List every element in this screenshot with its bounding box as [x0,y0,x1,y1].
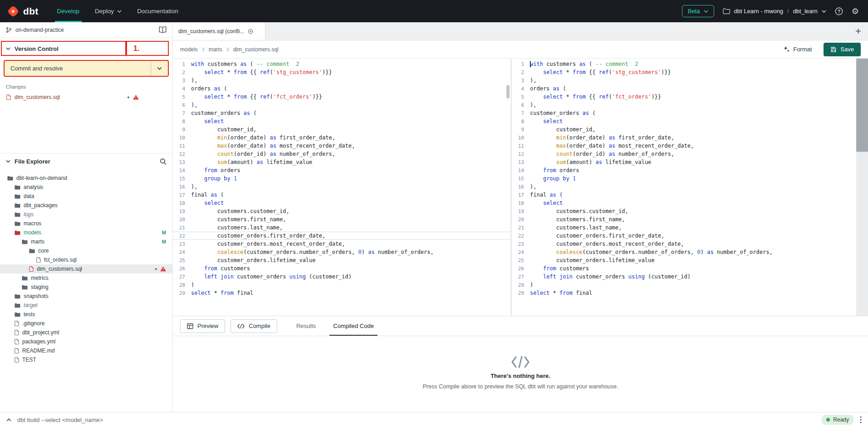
code-line-19[interactable]: 19 customers.customer_id, [512,207,856,215]
commit-and-resolve-button[interactable]: Commit and resolve [4,60,169,77]
code-line-18[interactable]: 18 select [173,199,510,207]
help-icon[interactable]: ? [835,7,843,15]
code-line-21[interactable]: 21 customers.last_name, [512,223,856,232]
code-line-7[interactable]: 7customer_orders as ( [512,109,856,117]
tree-item-packages.yml[interactable]: packages.yml [0,337,172,346]
code-line-10[interactable]: 10 min(order_date) as first_order_date, [512,134,856,142]
code-line-22[interactable]: 22 customer_orders.first_order_date, [512,232,856,240]
branch-selector[interactable]: on-demand-practice [0,22,172,38]
commit-options-chevron[interactable] [151,61,168,76]
tree-item-.gitignore[interactable]: .gitignore [0,319,172,328]
dbt-brand[interactable]: dbt [0,0,49,22]
code-line-5[interactable]: 5 select * from {{ ref('fct_orders')}} [173,93,510,101]
tree-item-macros[interactable]: macros [0,219,172,228]
code-line-15[interactable]: 15 group by 1 [173,174,510,183]
code-line-3[interactable]: 3), [512,76,856,84]
compile-button[interactable]: Compile [230,319,277,333]
code-line-8[interactable]: 8 select [173,117,510,125]
save-button[interactable]: Save [824,43,861,56]
code-line-6[interactable]: 6), [173,101,510,109]
code-line-10[interactable]: 10 min(order_date) as first_order_date, [173,134,510,142]
file-explorer-header[interactable]: File Explorer [0,154,172,169]
code-line-11[interactable]: 11 max(order_date) as most_recent_order_… [512,142,856,150]
search-icon[interactable] [160,158,167,165]
new-tab-plus-icon[interactable] [848,22,868,40]
code-line-1[interactable]: 1with customers as ( -- comment 2 [512,60,856,68]
code-line-22[interactable]: 22 customer_orders.first_order_date, [173,232,510,240]
gear-icon[interactable]: ⚙ [852,7,859,15]
code-line-12[interactable]: 12 count(order_id) as number_of_orders, [512,150,856,158]
preview-button[interactable]: Preview [180,319,225,333]
tab-compiled-code[interactable]: Compiled Code [329,316,378,336]
tree-item-core[interactable]: core [0,246,172,255]
version-control-header[interactable]: Version Control [0,42,172,55]
code-line-4[interactable]: 4orders as ( [173,84,510,93]
code-line-13[interactable]: 13 sum(amount) as lifetime_value [173,158,510,166]
code-line-28[interactable]: 28) [512,281,856,289]
code-line-19[interactable]: 19 customers.customer_id, [173,207,510,215]
beta-toggle[interactable]: Beta [682,5,714,17]
tree-item-target[interactable]: target [0,301,172,310]
command-input[interactable]: dbt build --select <model_name> [17,417,103,423]
tree-item-staging[interactable]: staging [0,283,172,292]
tree-item-dbt_project.yml[interactable]: dbt_project.yml [0,328,172,337]
code-line-20[interactable]: 20 customers.first_name, [512,215,856,223]
code-line-29[interactable]: 29select * from final [512,289,856,297]
code-line-25[interactable]: 25 customer_orders.lifetime_value [173,256,510,264]
nav-item-develop[interactable]: Develop [49,0,88,22]
changed-file-row[interactable]: dim_customers.sql • [0,92,172,102]
tree-item-snapshots[interactable]: snapshots [0,292,172,301]
code-line-13[interactable]: 13 sum(amount) as lifetime_value [512,158,856,166]
code-line-9[interactable]: 9 customer_id, [173,125,510,134]
code-line-27[interactable]: 27 left join customer_orders using (cust… [173,273,510,281]
code-line-24[interactable]: 24 coalesce(customer_orders.number_of_or… [173,248,510,256]
chevron-up-icon[interactable] [6,418,11,422]
tree-item-dbt_packages[interactable]: dbt_packages [0,201,172,210]
code-line-26[interactable]: 26 from customers [173,264,510,273]
tab-dim-customers[interactable]: dim_customers.sql (confli... [173,22,265,40]
editor-pane-left[interactable]: 1with customers as ( -- comment 22 selec… [173,59,510,316]
code-line-8[interactable]: 8 select [512,117,856,125]
code-line-18[interactable]: 18 select [512,199,856,207]
tab-results[interactable]: Results [293,316,319,336]
book-icon[interactable] [159,26,167,33]
code-line-12[interactable]: 12 count(order_id) as number_of_orders, [173,150,510,158]
editor-scrollbar-track[interactable] [856,59,868,316]
code-line-11[interactable]: 11 max(order_date) as most_recent_order_… [173,142,510,150]
code-line-16[interactable]: 16), [173,183,510,191]
tree-item-dim_customers.sql[interactable]: dim_customers.sql• [0,264,172,273]
code-line-17[interactable]: 17final as ( [173,191,510,199]
code-line-1[interactable]: 1with customers as ( -- comment 2 [173,60,510,68]
code-line-23[interactable]: 23 customer_orders.most_recent_order_dat… [512,240,856,248]
nav-item-deploy[interactable]: Deploy [87,0,129,22]
format-button[interactable]: Format [783,46,812,53]
code-line-3[interactable]: 3), [173,76,510,84]
kebab-menu-icon[interactable] [860,416,862,423]
code-line-4[interactable]: 4orders as ( [512,84,856,93]
code-line-14[interactable]: 14 from orders [512,166,856,174]
code-line-14[interactable]: 14 from orders [173,166,510,174]
left-pane-scrollbar[interactable] [506,85,510,99]
code-line-20[interactable]: 20 customers.first_name, [173,215,510,223]
tree-item-metrics[interactable]: metrics [0,273,172,283]
code-line-15[interactable]: 15 group by 1 [512,174,856,183]
tree-item-logs[interactable]: logs [0,210,172,219]
code-line-27[interactable]: 27 left join customer_orders using (cust… [512,273,856,281]
code-line-16[interactable]: 16), [512,183,856,191]
tree-item-models[interactable]: modelsM [0,228,172,237]
code-line-24[interactable]: 24 coalesce(customer_orders.number_of_or… [512,248,856,256]
code-line-6[interactable]: 6), [512,101,856,109]
tree-item-marts[interactable]: martsM [0,237,172,246]
code-line-2[interactable]: 2 select * from {{ ref('stg_customers')}… [512,68,856,76]
code-line-29[interactable]: 29select * from final [173,289,510,297]
code-line-21[interactable]: 21 customers.last_name, [173,223,510,232]
tree-item-tests[interactable]: tests [0,310,172,319]
code-line-5[interactable]: 5 select * from {{ ref('fct_orders')}} [512,93,856,101]
code-line-28[interactable]: 28) [173,281,510,289]
code-line-2[interactable]: 2 select * from {{ ref('stg_customers')}… [173,68,510,76]
code-line-7[interactable]: 7customer_orders as ( [173,109,510,117]
tree-item-TEST[interactable]: TEST [0,355,172,364]
code-line-9[interactable]: 9 customer_id, [512,125,856,134]
nav-item-documentation[interactable]: Documentation [129,0,186,22]
tree-item-fct_orders.sql[interactable]: fct_orders.sql [0,255,172,264]
